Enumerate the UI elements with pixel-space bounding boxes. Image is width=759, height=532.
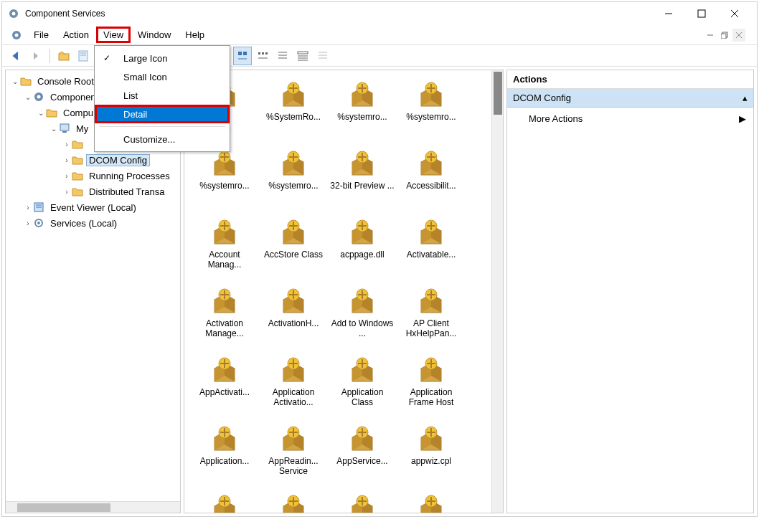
app-icon bbox=[8, 8, 19, 19]
nav-back-button[interactable] bbox=[6, 47, 25, 65]
tree-horizontal-scrollbar[interactable] bbox=[6, 501, 180, 513]
menu-item-detail[interactable]: Detail bbox=[95, 105, 230, 123]
list-item-label: AppReadin... Service bbox=[268, 456, 318, 476]
menu-item-small-icon[interactable]: Small Icon bbox=[95, 67, 230, 86]
minimize-button[interactable] bbox=[652, 3, 685, 24]
list-item[interactable]: appwiz.cpl bbox=[397, 419, 466, 488]
tree-chevron-icon[interactable]: › bbox=[62, 172, 72, 180]
list-item[interactable] bbox=[190, 488, 259, 513]
actions-panel: Actions DCOM Config ▴ More Actions ▶ bbox=[506, 70, 754, 513]
component-icon bbox=[278, 422, 309, 453]
svg-rect-21 bbox=[262, 52, 264, 54]
component-icon bbox=[415, 284, 447, 315]
more-actions-item[interactable]: More Actions ▶ bbox=[507, 108, 753, 129]
svg-rect-20 bbox=[258, 52, 260, 54]
svg-rect-18 bbox=[243, 52, 247, 55]
mdi-restore-button[interactable] bbox=[718, 29, 731, 42]
list-item-label: acppage.dll bbox=[340, 250, 384, 260]
view-button-5[interactable] bbox=[314, 47, 332, 65]
svg-point-42 bbox=[37, 222, 40, 224]
list-item[interactable]: Activation Manage... bbox=[190, 281, 259, 350]
list-item[interactable] bbox=[328, 488, 397, 513]
menu-window[interactable]: Window bbox=[131, 27, 178, 43]
scrollbar-thumb[interactable] bbox=[494, 72, 502, 115]
scrollbar-thumb[interactable] bbox=[17, 503, 110, 512]
list-item-label: Accessibilit... bbox=[406, 181, 456, 191]
list-item[interactable]: %systemro... bbox=[397, 75, 466, 143]
list-item-label: %systemro... bbox=[268, 181, 318, 191]
tree-chevron-icon[interactable]: ⌄ bbox=[49, 125, 59, 133]
tree-node-running-processes[interactable]: ›Running Processes bbox=[6, 168, 180, 184]
list-item[interactable]: Activatable... bbox=[397, 212, 466, 281]
tree-chevron-icon[interactable]: › bbox=[23, 219, 33, 227]
tree-chevron-icon[interactable]: › bbox=[62, 156, 72, 164]
tree-node-label: Componen bbox=[47, 92, 99, 103]
menu-help[interactable]: Help bbox=[178, 27, 212, 43]
folder-icon bbox=[72, 170, 83, 181]
list-item[interactable] bbox=[259, 488, 328, 513]
list-item-label: Account Manag... bbox=[192, 250, 257, 270]
list-item[interactable]: %systemro... bbox=[328, 75, 397, 143]
svg-rect-3 bbox=[698, 10, 705, 17]
view-small-icons-button[interactable] bbox=[253, 47, 272, 65]
list-item[interactable]: Accessibilit... bbox=[397, 143, 466, 212]
nav-forward-button[interactable] bbox=[27, 47, 45, 65]
properties-button[interactable] bbox=[75, 47, 93, 65]
folder-icon bbox=[72, 186, 83, 197]
list-item[interactable]: ActivationH... bbox=[259, 281, 328, 350]
list-item[interactable] bbox=[397, 488, 466, 513]
list-item[interactable]: %systemro... bbox=[259, 143, 328, 212]
list-item[interactable]: Account Manag... bbox=[190, 212, 259, 281]
tree-node-label: Distributed Transa bbox=[86, 186, 168, 197]
list-item[interactable]: Application Frame Host bbox=[397, 350, 466, 419]
list-item-label: Application Activatio... bbox=[261, 387, 326, 407]
menu-file[interactable]: File bbox=[27, 27, 56, 43]
view-list-button[interactable] bbox=[273, 47, 292, 65]
close-button[interactable] bbox=[718, 3, 751, 24]
list-item[interactable]: AppReadin... Service bbox=[259, 419, 328, 488]
view-large-icons-button[interactable] bbox=[233, 47, 252, 65]
list-item[interactable]: %SystemRo... bbox=[259, 75, 328, 143]
list-item[interactable]: 32-bit Preview ... bbox=[328, 143, 397, 212]
list-item[interactable]: Application Class bbox=[328, 350, 397, 419]
menu-item-label: Customize... bbox=[123, 134, 175, 145]
folder-icon bbox=[20, 75, 32, 87]
tree-node-distributed-transa[interactable]: ›Distributed Transa bbox=[6, 184, 180, 199]
up-level-button[interactable] bbox=[55, 47, 73, 65]
tree-chevron-icon[interactable]: ⌄ bbox=[23, 93, 33, 101]
tree-chevron-icon[interactable]: › bbox=[23, 204, 33, 212]
list-item-label: Activation Manage... bbox=[192, 318, 257, 338]
list-item[interactable]: AccStore Class bbox=[259, 212, 328, 281]
actions-section[interactable]: DCOM Config ▴ bbox=[507, 89, 753, 108]
list-item[interactable]: acppage.dll bbox=[328, 212, 397, 281]
tree-chevron-icon[interactable]: › bbox=[62, 188, 72, 196]
list-item[interactable]: Application... bbox=[190, 419, 259, 488]
list-item[interactable]: Application Activatio... bbox=[259, 350, 328, 419]
list-item[interactable]: Add to Windows ... bbox=[328, 281, 397, 350]
tree-node-event-viewer-local-[interactable]: ›Event Viewer (Local) bbox=[6, 199, 180, 215]
tree-node-label: Services (Local) bbox=[47, 218, 120, 229]
list-item-label: %systemro... bbox=[199, 181, 249, 191]
list-item[interactable]: AppActivati... bbox=[190, 350, 259, 419]
list-item[interactable]: AppService... bbox=[328, 419, 397, 488]
mdi-close-button[interactable] bbox=[732, 29, 745, 42]
tree-chevron-icon[interactable]: ⌄ bbox=[10, 77, 20, 85]
list-vertical-scrollbar[interactable] bbox=[491, 70, 503, 513]
mdi-minimize-button[interactable] bbox=[704, 29, 717, 42]
menu-item-list[interactable]: List bbox=[95, 86, 230, 105]
tree-chevron-icon[interactable]: ⌄ bbox=[36, 109, 46, 117]
menu-item-large-icon[interactable]: ✓Large Icon bbox=[95, 49, 230, 67]
menu-item-customize-[interactable]: Customize... bbox=[95, 130, 230, 148]
tree-node-services-local-[interactable]: ›Services (Local) bbox=[6, 215, 180, 231]
menu-action[interactable]: Action bbox=[56, 27, 96, 43]
maximize-button[interactable] bbox=[685, 3, 718, 24]
svg-point-1 bbox=[12, 12, 16, 16]
list-item-label: appwiz.cpl bbox=[411, 456, 451, 466]
tree-chevron-icon[interactable]: › bbox=[62, 141, 72, 148]
mdi-buttons bbox=[704, 29, 748, 42]
list-item[interactable]: AP Client HxHelpPan... bbox=[397, 281, 466, 350]
menu-view[interactable]: View bbox=[96, 27, 131, 43]
view-details-button[interactable] bbox=[293, 47, 312, 65]
tree-node-dcom-config[interactable]: ›DCOM Config bbox=[6, 152, 180, 168]
list-item[interactable]: %systemro... bbox=[190, 143, 259, 212]
